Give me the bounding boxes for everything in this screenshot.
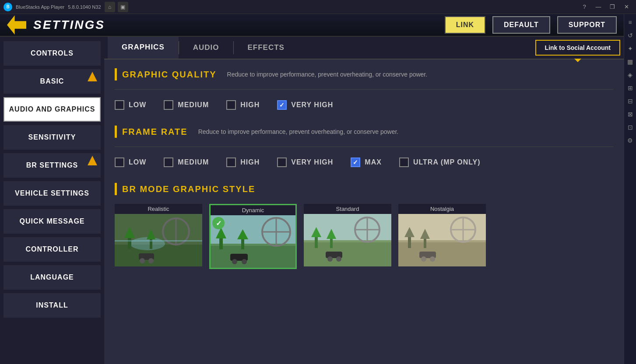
- svg-point-11: [148, 258, 154, 263]
- sidebar-item-br-settings[interactable]: BR SETTINGS: [4, 153, 101, 178]
- fr-high-option[interactable]: HIGH: [226, 158, 260, 167]
- fr-very-high-checkbox[interactable]: [277, 158, 287, 167]
- svg-rect-32: [315, 236, 318, 248]
- gq-low-option[interactable]: LOW: [115, 100, 146, 110]
- frame-rate-accent: [115, 126, 117, 138]
- fr-ultra-checkbox[interactable]: [399, 158, 409, 167]
- default-button[interactable]: DEFAULT: [492, 16, 550, 34]
- sidebar-item-sensitivity[interactable]: SENSITIVITY: [4, 125, 101, 150]
- fr-high-checkbox[interactable]: [226, 158, 236, 167]
- titlebar-nav: ⌂ ▣: [105, 2, 128, 12]
- gq-very-high-checkmark: ✓: [279, 102, 285, 108]
- tab-effects-label: EFFECTS: [248, 43, 285, 52]
- fr-ultra-label: ULTRA (MP Only): [413, 158, 481, 166]
- svg-rect-14: [211, 246, 295, 268]
- titlebar-controls: ? — ❒ ✕: [578, 2, 632, 12]
- style-card-standard[interactable]: Standard: [304, 204, 391, 269]
- graphic-quality-header: GRAPHIC QUALITY Reduce to improve perfor…: [115, 68, 613, 80]
- fr-low-label: LOW: [129, 158, 146, 166]
- tabs-button[interactable]: ▣: [118, 2, 128, 12]
- sidebar-icon-1[interactable]: ↺: [625, 31, 635, 40]
- sidebar-icon-7[interactable]: ⊠: [625, 109, 635, 119]
- sidebar-item-controls[interactable]: CONTROLS: [4, 41, 101, 66]
- sidebar-item-controller[interactable]: CONTROLLER: [4, 237, 101, 262]
- graphic-quality-accent: [115, 68, 117, 80]
- sidebar-item-install[interactable]: INSTALL: [4, 293, 101, 318]
- sidebar-item-quick-message-label: QUICK MESSAGE: [19, 217, 84, 225]
- restore-button[interactable]: ❒: [606, 2, 618, 12]
- sidebar-icon-8[interactable]: ⊡: [625, 122, 635, 132]
- gq-low-checkbox[interactable]: [115, 100, 124, 110]
- sidebar-item-language-label: LANGUAGE: [30, 273, 74, 281]
- svg-rect-21: [241, 238, 244, 249]
- sidebar-icon-0[interactable]: ≡: [625, 18, 635, 27]
- home-button[interactable]: ⌂: [105, 2, 115, 12]
- fr-max-option[interactable]: ✓ MAX: [351, 158, 382, 167]
- sidebar-item-basic[interactable]: BASIC: [4, 69, 101, 94]
- gq-medium-option[interactable]: MEDIUM: [164, 100, 209, 110]
- left-sidebar: CONTROLS BASIC AUDIO AND GRAPHICS SENSIT…: [0, 37, 104, 364]
- fr-ultra-option[interactable]: ULTRA (MP Only): [399, 158, 481, 167]
- svg-point-50: [421, 256, 426, 262]
- fr-very-high-label: VERY HIGH: [291, 158, 333, 166]
- fr-medium-option[interactable]: MEDIUM: [164, 158, 209, 167]
- tab-graphics[interactable]: GRAPHICS: [108, 37, 179, 59]
- sidebar-icon-9[interactable]: ⚙: [625, 136, 635, 145]
- fr-high-label: HIGH: [240, 158, 260, 166]
- graphic-quality-section: GRAPHIC QUALITY Reduce to improve perfor…: [115, 68, 613, 113]
- style-card-realistic[interactable]: Realistic: [115, 204, 202, 269]
- sidebar-icon-2[interactable]: ✦: [625, 44, 635, 53]
- gq-high-checkbox[interactable]: [226, 100, 236, 110]
- tab-effects[interactable]: EFFECTS: [234, 37, 299, 59]
- tab-audio-label: AUDIO: [193, 43, 219, 52]
- frame-rate-options: LOW MEDIUM HIGH: [115, 154, 613, 171]
- back-arrow-icon[interactable]: [7, 15, 26, 35]
- svg-rect-40: [398, 242, 486, 266]
- fr-max-label: MAX: [365, 158, 382, 166]
- style-card-dynamic[interactable]: Dynamic ✓: [209, 204, 297, 269]
- svg-point-37: [327, 256, 333, 262]
- fr-very-high-option[interactable]: VERY HIGH: [277, 158, 333, 167]
- sidebar-item-sensitivity-label: SENSITIVITY: [28, 133, 76, 141]
- frame-rate-desc: Reduce to improve performance, prevent o…: [198, 128, 399, 135]
- minimize-button[interactable]: —: [592, 2, 604, 12]
- dynamic-selected-icon: ✓: [212, 217, 225, 229]
- sidebar-icon-4[interactable]: ◈: [625, 70, 635, 80]
- tab-audio[interactable]: AUDIO: [179, 37, 233, 59]
- graphic-quality-title: GRAPHIC QUALITY: [122, 70, 217, 80]
- support-button[interactable]: SUPPORT: [557, 16, 617, 34]
- gq-high-option[interactable]: HIGH: [226, 100, 260, 110]
- style-card-standard-image: [304, 214, 391, 266]
- gq-medium-checkbox[interactable]: [164, 100, 173, 110]
- help-button[interactable]: ?: [578, 2, 590, 12]
- fr-medium-checkbox[interactable]: [164, 158, 173, 167]
- svg-point-38: [336, 256, 341, 262]
- graphic-quality-divider: [115, 89, 613, 90]
- fr-max-checkbox[interactable]: ✓: [351, 158, 360, 167]
- sidebar-icon-3[interactable]: ▦: [625, 57, 635, 66]
- br-settings-warn-icon: [88, 156, 97, 165]
- main-panel: GRAPHICS AUDIO EFFECTS Link to Social Ac…: [104, 37, 624, 364]
- sidebar-item-quick-message[interactable]: QUICK MESSAGE: [4, 209, 101, 234]
- svg-rect-34: [330, 238, 333, 248]
- svg-rect-12: [115, 240, 202, 242]
- svg-rect-47: [424, 238, 426, 248]
- sidebar-item-audio-graphics[interactable]: AUDIO AND GRAPHICS: [4, 97, 101, 122]
- graphic-quality-options: LOW MEDIUM HIGH: [115, 97, 613, 113]
- social-link-button[interactable]: Link to Social Account: [535, 40, 620, 56]
- sidebar-item-language[interactable]: LANGUAGE: [4, 265, 101, 290]
- tabs-bar: GRAPHICS AUDIO EFFECTS Link to Social Ac…: [104, 37, 624, 60]
- style-card-realistic-image: [115, 214, 202, 266]
- sidebar-item-vehicle-settings[interactable]: VEHICLE SETTINGS: [4, 181, 101, 206]
- gq-very-high-option[interactable]: ✓ VERY HIGH: [277, 100, 333, 110]
- fr-low-checkbox[interactable]: [115, 158, 124, 167]
- close-button[interactable]: ✕: [620, 2, 632, 12]
- app-area: SETTINGS LINK DEFAULT SUPPORT CONTROLS B…: [0, 14, 624, 364]
- sidebar-icon-5[interactable]: ⊞: [625, 83, 635, 93]
- style-card-nostalgia[interactable]: Nostalgia: [398, 204, 486, 269]
- link-button[interactable]: LINK: [445, 16, 485, 34]
- fr-low-option[interactable]: LOW: [115, 158, 146, 167]
- sidebar-item-basic-label: BASIC: [40, 77, 64, 85]
- gq-very-high-checkbox[interactable]: ✓: [277, 100, 287, 110]
- sidebar-icon-6[interactable]: ⊟: [625, 96, 635, 106]
